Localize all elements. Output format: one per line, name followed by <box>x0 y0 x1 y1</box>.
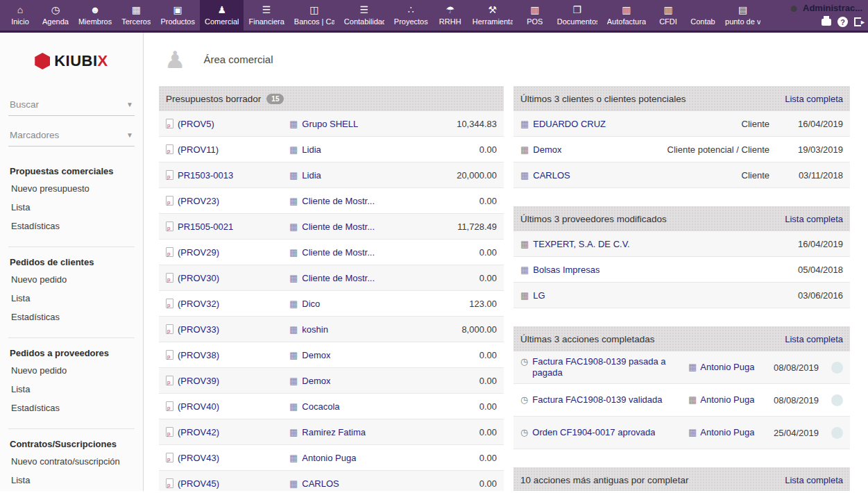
proposal-ref-link[interactable]: (PROV33) <box>178 324 219 335</box>
topnav-item[interactable]: ☂ RRHH <box>433 0 468 31</box>
help-icon[interactable] <box>837 17 848 27</box>
company-icon <box>289 324 298 335</box>
company-link[interactable]: Grupo SHELL <box>302 119 358 129</box>
action-user-link[interactable]: Antonio Puga <box>700 362 754 373</box>
topnav-module-icon: ▦ <box>132 5 141 16</box>
sidebar-item[interactable]: Estadísticas <box>11 221 133 231</box>
company-link[interactable]: Dico <box>302 299 320 309</box>
topnav-item[interactable]: ❐ Documentos <box>552 0 602 31</box>
proposal-ref-link[interactable]: (PROV43) <box>178 453 219 463</box>
amount-value: 0.00 <box>427 376 497 386</box>
sidebar-item[interactable]: Nuevo presupuesto <box>11 183 133 194</box>
company-link[interactable]: Cliente de Mostr... <box>302 196 375 206</box>
proposal-ref-link[interactable]: (PROV39) <box>178 376 219 386</box>
topnav-item[interactable]: ☰ Financiera <box>244 0 289 31</box>
action-user-link[interactable]: Antonio Puga <box>700 394 754 406</box>
topnav-item[interactable]: ∴ Proyectos <box>389 0 433 31</box>
topnav-module-icon: ▥ <box>663 5 672 16</box>
company-link[interactable]: Lidia <box>302 144 321 155</box>
topnav-item[interactable]: ▥ CFDI <box>651 0 686 31</box>
topnav-item[interactable]: ◫ Bancos | Ca <box>289 0 339 31</box>
supplier-link[interactable]: LG <box>533 290 545 301</box>
document-icon <box>166 376 173 385</box>
topnav-item[interactable]: ▣ Productos <box>155 0 200 31</box>
company-link[interactable]: Cliente de Mostr... <box>302 222 375 232</box>
sidebar-item[interactable]: Lista <box>11 293 133 303</box>
company-link[interactable]: Demox <box>302 376 330 386</box>
proposal-ref-link[interactable]: (PROV30) <box>178 273 219 283</box>
supplier-link[interactable]: TEXPERT, S.A. DE C.V. <box>533 239 629 249</box>
topnav-item[interactable]: Contab <box>686 0 720 31</box>
suppliers-full-list-link[interactable]: Lista completa <box>785 214 843 224</box>
supplier-link[interactable]: Bolsas Impresas <box>533 265 599 275</box>
action-link[interactable]: Orden CF1904-0017 aprovada <box>532 427 655 438</box>
proposal-ref-link[interactable]: (PROV29) <box>178 247 219 258</box>
pending-full-list-link[interactable]: Lista completa <box>785 475 843 485</box>
company-link[interactable]: Lidia <box>302 170 321 181</box>
logout-icon[interactable] <box>854 17 861 26</box>
proposal-ref-link[interactable]: (PROV11) <box>178 144 219 155</box>
proposal-ref-link[interactable]: (PROV23) <box>178 196 219 206</box>
proposal-ref-link[interactable]: (PROV45) <box>178 478 219 489</box>
amount-value: 123.00 <box>427 299 497 309</box>
action-link[interactable]: Factura FAC1908-0139 validada <box>532 394 662 406</box>
action-link[interactable]: Factura FAC1908-0139 pasada a pagada <box>532 356 683 379</box>
proposal-ref-link[interactable]: (PROV42) <box>178 427 219 437</box>
sidebar-item[interactable]: Lista <box>11 384 133 394</box>
clients-full-list-link[interactable]: Lista completa <box>785 94 843 104</box>
sidebar-section-title[interactable]: Propuestas comerciales <box>10 166 133 176</box>
completed-actions-title: Últimas 3 acciones completadas <box>520 334 655 344</box>
sidebar-item[interactable]: Lista <box>11 202 133 212</box>
sidebar-section-title[interactable]: Pedidos de clientes <box>10 257 133 267</box>
sidebar-item[interactable]: Estadísticas <box>11 312 133 322</box>
proposal-ref-link[interactable]: (PROV40) <box>178 401 219 412</box>
company-link[interactable]: Cliente de Mostr... <box>302 273 375 283</box>
print-icon[interactable] <box>822 19 831 26</box>
action-user-link[interactable]: Antonio Puga <box>700 427 754 438</box>
proposal-ref-link[interactable]: (PROV32) <box>178 299 219 309</box>
bookmarks-dropdown[interactable]: Marcadores ▼ <box>8 126 135 147</box>
company-link[interactable]: Antonio Puga <box>302 453 356 463</box>
topnav-item[interactable]: ⚒ Herramientas <box>468 0 518 31</box>
sidebar-item[interactable]: Nuevo pedido <box>11 274 133 285</box>
company-link[interactable]: CARLOS <box>302 478 339 489</box>
client-link[interactable]: Demox <box>533 144 561 155</box>
sidebar-section-title[interactable]: Contratos/Suscripciones <box>10 439 133 449</box>
topnav-item[interactable]: ▥ Autofactura <box>602 0 651 31</box>
user-login[interactable]: ☻ Administrac... <box>788 2 862 14</box>
topnav-item[interactable]: ▥ POS <box>518 0 552 31</box>
company-link[interactable]: Cocacola <box>302 401 339 412</box>
sidebar-item[interactable]: Lista <box>11 475 133 485</box>
table-row: (PROV5) Grupo SHELL 10,344.83 <box>159 111 504 137</box>
proposal-ref-link[interactable]: (PROV5) <box>178 119 214 129</box>
sidebar-item[interactable]: Nuevo contrato/suscripción <box>11 456 133 467</box>
search-dropdown[interactable]: Buscar ▼ <box>8 95 135 116</box>
document-icon <box>166 222 173 231</box>
proposal-ref-link[interactable]: PR1505-0021 <box>178 222 233 232</box>
topnav-module-icon: ⌂ <box>17 5 23 16</box>
client-link[interactable]: CARLOS <box>533 170 570 181</box>
company-link[interactable]: Cliente de Mostr... <box>302 247 375 258</box>
topnav-item[interactable]: ▦ Terceros <box>117 0 155 31</box>
topnav-module-icon: ☻ <box>90 5 101 16</box>
user-area: ☻ Administrac... <box>788 2 862 27</box>
topnav-item[interactable]: ◷ Agenda <box>37 0 74 31</box>
proposal-ref-link[interactable]: PR1503-0013 <box>178 170 233 181</box>
topnav-item[interactable]: ⌂ Inicio <box>3 0 37 31</box>
completed-actions-panel: Últimas 3 acciones completadas Lista com… <box>513 326 850 449</box>
topnav-item[interactable]: ▤ punto de v <box>720 0 765 31</box>
sidebar-section-title[interactable]: Pedidos a proveedores <box>10 348 133 358</box>
proposal-ref-link[interactable]: (PROV38) <box>178 350 219 360</box>
client-link[interactable]: EDUARDO CRUZ <box>533 119 606 129</box>
topnav-item[interactable]: ♟ Comercial <box>200 0 244 31</box>
sidebar-item[interactable]: Estadísticas <box>11 403 133 413</box>
company-link[interactable]: koshin <box>302 324 328 335</box>
company-link[interactable]: Demox <box>302 350 330 360</box>
table-row: (PROV30) Cliente de Mostr... 0.00 <box>159 265 504 291</box>
company-link[interactable]: Ramirez Fatima <box>302 427 366 437</box>
topnav-item[interactable]: ☰ Contabilidad <box>339 0 389 31</box>
actions-full-list-link[interactable]: Lista completa <box>785 334 843 344</box>
sidebar-item[interactable]: Nuevo pedido <box>11 365 133 376</box>
topnav-item[interactable]: ☻ Miembros <box>74 0 117 31</box>
company-icon <box>520 265 529 275</box>
